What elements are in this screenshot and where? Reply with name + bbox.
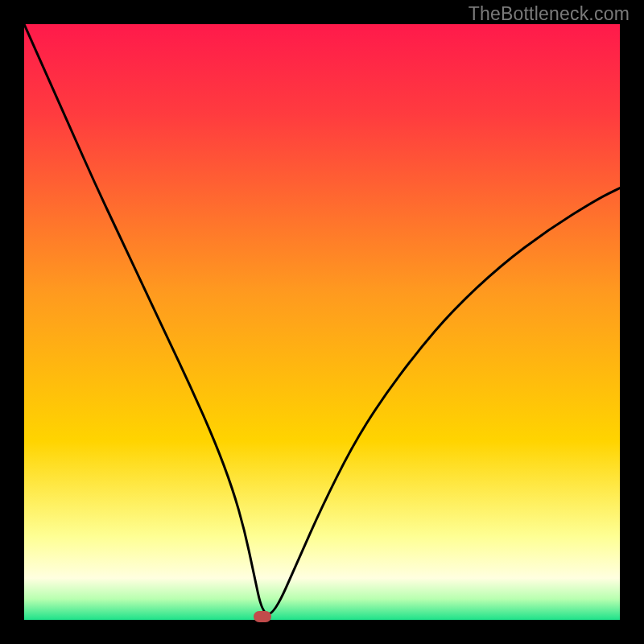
- chart-frame: TheBottleneck.com: [0, 0, 644, 644]
- operating-point-marker: [254, 611, 271, 622]
- chart-plot: [24, 24, 620, 620]
- watermark-text: TheBottleneck.com: [469, 3, 630, 25]
- chart-background: [24, 24, 620, 620]
